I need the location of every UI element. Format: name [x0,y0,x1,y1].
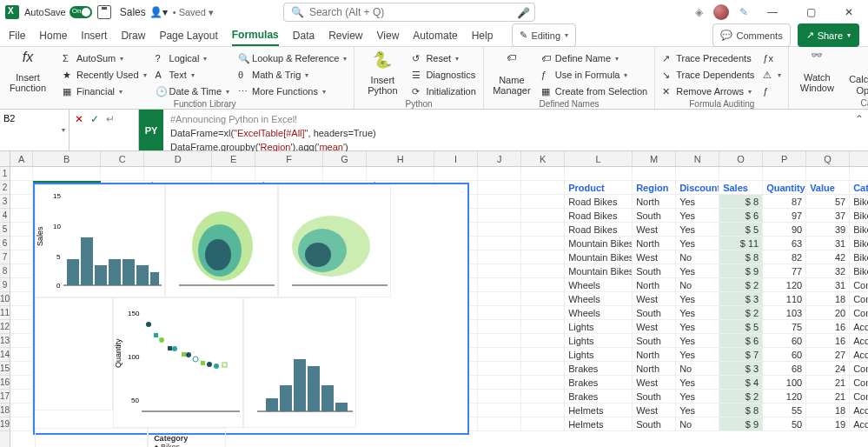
logical-button[interactable]: ?Logical▾ [156,51,230,65]
cell[interactable]: Accessories [850,320,868,333]
row-header[interactable]: 5 [0,223,10,237]
cell[interactable]: No [676,417,719,430]
search-input[interactable] [309,6,517,18]
cell[interactable]: No [676,250,719,264]
calculation-options-button[interactable]: 🖩 Calculation Options [851,50,868,97]
show-formulas-button[interactable]: ƒx [763,51,781,65]
cell[interactable] [478,404,521,417]
cell[interactable] [521,264,565,277]
cell[interactable]: Mountain Bikes [565,264,633,277]
cell[interactable]: 60 [763,348,806,361]
cell[interactable] [478,320,521,333]
cell[interactable] [521,334,565,347]
remove-arrows-button[interactable]: ✕Remove Arrows▾ [662,84,754,98]
cell[interactable]: Yes [676,237,719,250]
column-header[interactable]: K [521,151,565,166]
tab-file[interactable]: File [9,26,25,45]
minimize-button[interactable]: — [759,3,786,22]
tab-data[interactable]: Data [293,26,315,45]
share-button[interactable]: ↗ Share ▾ [798,23,859,47]
column-header[interactable]: F [255,151,323,166]
cell[interactable]: Road Bikes [565,195,633,208]
toggle-switch[interactable]: On [70,6,92,18]
tab-help[interactable]: Help [472,26,494,45]
define-name-button[interactable]: 🏷Define Name▾ [541,51,647,65]
tab-view[interactable]: View [377,26,400,45]
cell[interactable] [10,292,33,305]
cell[interactable]: South [633,390,676,403]
cell[interactable]: West [633,250,676,264]
cell[interactable] [10,167,33,180]
cell[interactable] [521,306,565,319]
cell[interactable]: West [633,404,676,417]
cell[interactable]: 110 [763,292,806,305]
cell[interactable]: 27 [806,348,850,361]
cell[interactable] [478,292,521,305]
cell[interactable] [478,223,521,236]
cell[interactable] [806,167,850,180]
cell[interactable]: Wheels [565,278,633,291]
cell[interactable]: Accessories [850,417,868,430]
row-header[interactable]: 16 [0,376,10,390]
cell[interactable] [10,390,33,403]
cell[interactable]: Yes [676,223,719,236]
use-in-formula-button[interactable]: ƒUse in Formula▾ [541,68,647,82]
diagnostics-button[interactable]: ☰Diagnostics [412,68,475,82]
cell[interactable]: Yes [676,292,719,305]
cell[interactable] [101,167,144,180]
cell[interactable]: Bikes [850,250,868,264]
cells-area[interactable]: ABCDEFGHIJKLMNOPQRS DataFrameImageSeries… [10,151,868,447]
cell[interactable]: 120 [763,390,806,403]
cell[interactable]: Accessories [850,334,868,347]
recently-used-button[interactable]: ★Recently Used▾ [63,68,147,82]
cell[interactable]: $ 8 [719,195,763,208]
cell[interactable]: 18 [806,404,850,417]
cell[interactable] [850,167,868,180]
column-header[interactable]: J [478,151,521,166]
cell[interactable] [478,417,521,430]
column-header[interactable]: N [676,151,719,166]
cell[interactable]: Yes [676,306,719,319]
mic-icon[interactable]: 🎤 [517,7,527,17]
row-header[interactable]: 3 [0,195,10,209]
insert-function-button[interactable]: fx Insert Function [7,50,49,93]
cell[interactable]: 18 [806,292,850,305]
tab-review[interactable]: Review [328,26,362,45]
cell[interactable] [10,320,33,333]
cell[interactable] [10,278,33,291]
cell[interactable]: $ 9 [719,417,763,430]
row-header[interactable]: 18 [0,404,10,417]
cell[interactable]: West [633,320,676,333]
cell[interactable]: 50 [763,417,806,430]
cell[interactable]: North [633,237,676,250]
cell[interactable]: Lights [565,334,633,347]
cell[interactable]: Wheels [565,292,633,305]
cell[interactable]: 16 [806,334,850,347]
cell[interactable]: $ 4 [719,376,763,389]
cell[interactable] [478,167,521,180]
cell[interactable]: 21 [806,376,850,389]
cell[interactable]: West [633,292,676,305]
tab-home[interactable]: Home [39,26,67,45]
cell[interactable] [521,167,565,180]
cell[interactable] [10,376,33,389]
cell[interactable]: Yes [676,404,719,417]
premium-icon[interactable]: ◈ [695,6,703,18]
close-button[interactable]: ✕ [835,3,863,22]
cell[interactable] [763,167,806,180]
cell[interactable]: Yes [676,209,719,222]
cell[interactable]: 97 [763,209,806,222]
cell[interactable]: Helmets [565,417,633,430]
cell[interactable] [10,348,33,361]
row-header[interactable]: 1 [0,167,10,181]
cell[interactable] [10,195,33,208]
create-from-selection-button[interactable]: ▦Create from Selection [541,84,647,98]
cell[interactable]: No [676,362,719,375]
cell[interactable] [10,223,33,236]
cell[interactable]: North [633,348,676,361]
cell[interactable] [10,334,33,347]
cell[interactable] [521,362,565,375]
column-header[interactable]: A [10,151,33,166]
tab-automate[interactable]: Automate [413,26,457,45]
cell[interactable]: 20 [806,306,850,319]
